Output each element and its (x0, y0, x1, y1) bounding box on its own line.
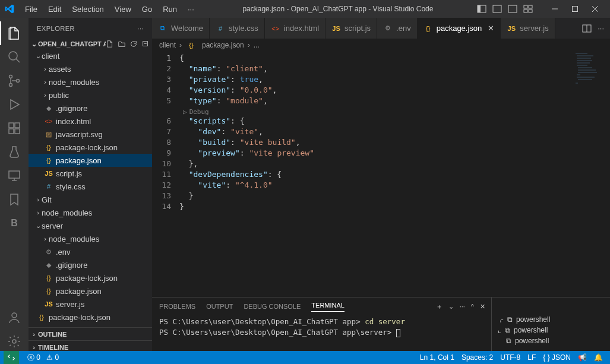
status-language[interactable]: { } JSON (543, 353, 571, 362)
terminal-icon: ⧉ (507, 315, 513, 324)
gitignore-icon: ◆ (44, 103, 53, 113)
maximize-panel-icon[interactable]: ^ (471, 303, 474, 310)
breadcrumb[interactable]: client› {} package.json› ... (152, 39, 610, 52)
breadcrumb-segment[interactable]: package.json (202, 41, 244, 49)
minimize-button[interactable] (545, 0, 565, 18)
file-javascript-svg[interactable]: ▨javascript.svg (29, 128, 152, 141)
activity-settings[interactable] (0, 330, 29, 353)
activity-source-control[interactable] (0, 69, 29, 93)
panel-tab-terminal[interactable]: TERMINAL (311, 302, 344, 312)
tab-stylecss[interactable]: #style.css (210, 18, 265, 39)
folder-public[interactable]: ›public (29, 88, 152, 102)
menu-file[interactable]: File (20, 2, 42, 16)
activity-extensions[interactable] (0, 116, 29, 140)
menu-go[interactable]: Go (137, 2, 157, 16)
remote-indicator[interactable] (4, 351, 19, 364)
terminal[interactable]: PS C:\Users\user\Desktop\Open_AI_ChatGPT… (152, 315, 491, 353)
tab-packagejson[interactable]: {}package.json✕ (418, 18, 501, 39)
file-index-html[interactable]: <>index.html (29, 115, 152, 128)
activity-explorer[interactable] (0, 21, 29, 45)
terminal-entry[interactable]: ⧉powershell (492, 335, 610, 346)
code-content[interactable]: { "name": "client", "private": true, "ve… (179, 52, 610, 297)
layout-sidebar-right-icon[interactable] (508, 4, 517, 14)
explorer-project-header[interactable]: ⌄ OPEN_AI_CHATGPT APP (29, 39, 152, 49)
breadcrumb-segment[interactable]: client (159, 41, 176, 49)
menu-edit[interactable]: Edit (43, 2, 66, 16)
activity-remote-explorer[interactable] (0, 164, 29, 188)
file-style-css[interactable]: #style.css (29, 180, 152, 193)
activity-run-debug[interactable] (0, 93, 29, 116)
file-root-packlock[interactable]: {}package-lock.json (29, 311, 152, 324)
file-script-js[interactable]: JSscript.js (29, 167, 152, 180)
layout-sidebar-left-icon[interactable] (477, 4, 486, 14)
refresh-icon[interactable] (129, 40, 138, 48)
status-notifications-icon[interactable]: 🔔 (594, 353, 603, 362)
status-cursor-position[interactable]: Ln 1, Col 1 (420, 353, 454, 362)
menu-more[interactable]: ··· (183, 2, 199, 16)
file-package-json[interactable]: {}package.json (29, 154, 152, 167)
close-panel-icon[interactable]: ✕ (480, 303, 485, 311)
status-indentation[interactable]: Spaces: 2 (462, 353, 493, 362)
status-feedback-icon[interactable]: 📢 (578, 353, 587, 362)
customize-layout-icon[interactable] (523, 4, 533, 14)
activity-bold[interactable]: B (0, 211, 29, 235)
file-env[interactable]: ⚙.env (29, 245, 152, 258)
title-bar: File Edit Selection View Go Run ··· pack… (0, 0, 610, 18)
folder-node-modules[interactable]: ›node_modules (29, 75, 152, 88)
new-terminal-icon[interactable]: ＋ (436, 302, 443, 311)
folder-git[interactable]: ›Git (29, 193, 152, 206)
tab-indexhtml[interactable]: <>index.html (265, 18, 325, 39)
layout-panel-icon[interactable] (492, 4, 502, 14)
terminal-entry[interactable]: ⌌⧉powershell (492, 314, 610, 325)
new-file-icon[interactable] (106, 40, 114, 48)
sidebar-more-icon[interactable]: ··· (137, 25, 144, 32)
split-terminal-dropdown-icon[interactable]: ⌄ (448, 303, 454, 311)
folder-assets[interactable]: ›assets (29, 62, 152, 75)
menu-view[interactable]: View (110, 2, 136, 16)
folder-node-modules-root[interactable]: ›node_modules (29, 206, 152, 219)
chevron-right-icon: › (30, 344, 38, 351)
file-server-gitignore[interactable]: ◆.gitignore (29, 258, 152, 271)
status-warnings[interactable]: ⚠ 0 (46, 353, 59, 362)
activity-accounts[interactable] (0, 306, 29, 330)
tab-scriptjs[interactable]: JSscript.js (325, 18, 377, 39)
activity-search[interactable] (0, 45, 29, 69)
file-server-js[interactable]: JSserver.js (29, 297, 152, 311)
tab-serverjs[interactable]: JSserver.js (501, 18, 555, 39)
close-button[interactable] (585, 0, 605, 18)
status-encoding[interactable]: UTF-8 (500, 353, 520, 362)
maximize-button[interactable] (565, 0, 585, 18)
close-icon[interactable]: ✕ (488, 24, 494, 33)
editor-body[interactable]: 12345 67891011121314 { "name": "client",… (152, 52, 610, 297)
file-package-lock[interactable]: {}package-lock.json (29, 141, 152, 154)
svg-rect-20 (9, 123, 14, 128)
menu-selection[interactable]: Selection (67, 2, 108, 16)
breadcrumb-segment[interactable]: ... (254, 41, 260, 49)
split-editor-icon[interactable] (582, 24, 592, 33)
more-actions-icon[interactable]: ··· (598, 24, 604, 33)
collapse-all-icon[interactable] (141, 40, 150, 48)
tab-welcome[interactable]: ⧉Welcome (152, 18, 210, 39)
folder-server[interactable]: ⌄server (29, 219, 152, 232)
folder-server-node-modules[interactable]: ›node_modules (29, 232, 152, 245)
activity-bookmarks[interactable] (0, 188, 29, 211)
activity-testing[interactable] (0, 140, 29, 164)
panel-tab-problems[interactable]: PROBLEMS (159, 303, 195, 310)
terminal-entry[interactable]: ⌞⧉powershell (492, 325, 610, 335)
minimap[interactable] (574, 52, 610, 297)
new-folder-icon[interactable] (118, 40, 126, 48)
file-gitignore[interactable]: ◆.gitignore (29, 102, 152, 115)
panel-tab-debugconsole[interactable]: DEBUG CONSOLE (244, 303, 301, 310)
file-server-package[interactable]: {}package.json (29, 284, 152, 297)
panel-tab-output[interactable]: OUTPUT (206, 303, 233, 310)
panel-more-icon[interactable]: ··· (460, 303, 465, 310)
tab-env[interactable]: ⚙.env (377, 18, 418, 39)
status-eol[interactable]: LF (527, 353, 536, 362)
svg-rect-24 (9, 171, 20, 178)
svg-point-17 (10, 84, 12, 87)
status-errors[interactable]: ⓧ 0 (27, 353, 40, 363)
folder-client[interactable]: ⌄client (29, 49, 152, 62)
menu-run[interactable]: Run (158, 2, 182, 16)
outline-section[interactable]: ›OUTLINE (29, 327, 152, 340)
file-server-packlock[interactable]: {}package-lock.json (29, 271, 152, 284)
